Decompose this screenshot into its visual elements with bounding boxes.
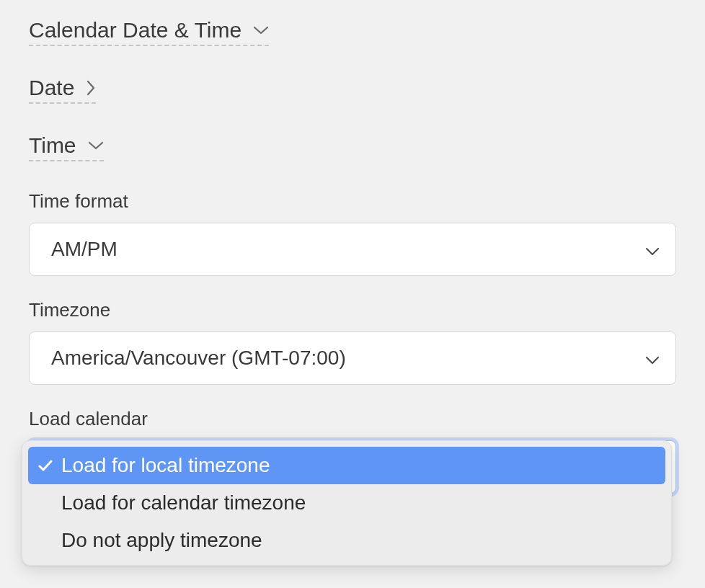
dropdown-option-local-timezone[interactable]: Load for local timezone (28, 447, 665, 484)
timezone-select[interactable]: America/Vancouver (GMT-07:00) (29, 331, 676, 385)
check-icon (38, 459, 61, 472)
load-calendar-label: Load calendar (29, 408, 676, 430)
chevron-right-icon (86, 80, 96, 96)
timezone-value: America/Vancouver (GMT-07:00) (51, 347, 346, 370)
section-calendar-date-time[interactable]: Calendar Date & Time (29, 17, 269, 46)
chevron-down-icon (88, 141, 104, 151)
chevron-down-icon (253, 25, 269, 35)
timezone-label: Timezone (29, 299, 676, 321)
dropdown-option-label: Do not apply timezone (61, 529, 262, 552)
dropdown-option-no-timezone[interactable]: Do not apply timezone (28, 522, 665, 559)
section-label: Time (29, 133, 76, 159)
dropdown-option-label: Load for local timezone (61, 454, 270, 477)
dropdown-option-calendar-timezone[interactable]: Load for calendar timezone (28, 484, 665, 522)
section-label: Date (29, 75, 74, 101)
section-label: Calendar Date & Time (29, 17, 241, 43)
time-format-select[interactable]: AM/PM (29, 223, 676, 276)
dropdown-option-label: Load for calendar timezone (61, 491, 306, 514)
time-format-label: Time format (29, 190, 676, 213)
time-format-value: AM/PM (51, 238, 117, 261)
section-time[interactable]: Time (29, 133, 104, 161)
load-calendar-dropdown: Load for local timezone Load for calenda… (22, 440, 672, 566)
chevron-down-icon (645, 238, 660, 261)
section-date[interactable]: Date (29, 75, 96, 104)
chevron-down-icon (645, 347, 660, 370)
